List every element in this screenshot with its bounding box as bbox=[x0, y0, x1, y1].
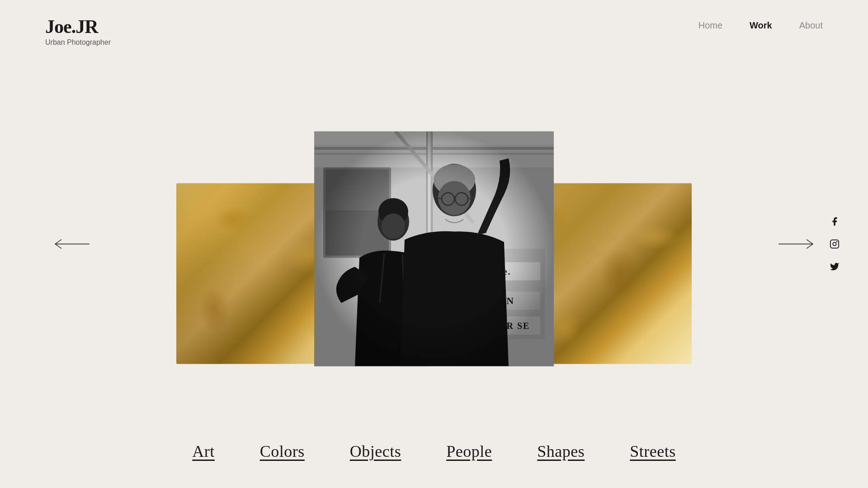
category-colors[interactable]: Colors bbox=[260, 442, 305, 461]
category-streets[interactable]: Streets bbox=[630, 442, 675, 461]
nav-home[interactable]: Home bbox=[698, 20, 722, 31]
category-shapes[interactable]: Shapes bbox=[537, 442, 585, 461]
site-title: Joe.JR bbox=[45, 16, 111, 38]
svg-point-2 bbox=[836, 241, 838, 243]
image-container: Rude. STAN YOUR SE APP bbox=[246, 131, 622, 366]
nav-work[interactable]: Work bbox=[750, 20, 772, 31]
category-art[interactable]: Art bbox=[192, 442, 215, 461]
main-nav: Home Work About bbox=[698, 16, 823, 31]
facebook-icon[interactable] bbox=[828, 215, 841, 228]
social-icons bbox=[828, 215, 841, 273]
main-photo: Rude. STAN YOUR SE APP bbox=[314, 131, 554, 366]
svg-rect-0 bbox=[830, 240, 839, 248]
nav-about[interactable]: About bbox=[799, 20, 823, 31]
site-subtitle: Urban Photographer bbox=[45, 38, 111, 47]
svg-point-1 bbox=[833, 242, 836, 245]
category-people[interactable]: People bbox=[446, 442, 492, 461]
header: Joe.JR Urban Photographer Home Work Abou… bbox=[0, 0, 868, 47]
prev-arrow[interactable] bbox=[54, 239, 90, 249]
svg-rect-37 bbox=[314, 131, 554, 366]
logo-area: Joe.JR Urban Photographer bbox=[45, 16, 111, 47]
category-objects[interactable]: Objects bbox=[350, 442, 401, 461]
twitter-icon[interactable] bbox=[828, 260, 841, 273]
categories: Art Colors Objects People Shapes Streets bbox=[0, 442, 868, 461]
next-arrow[interactable] bbox=[778, 239, 814, 249]
instagram-icon[interactable] bbox=[828, 238, 841, 250]
